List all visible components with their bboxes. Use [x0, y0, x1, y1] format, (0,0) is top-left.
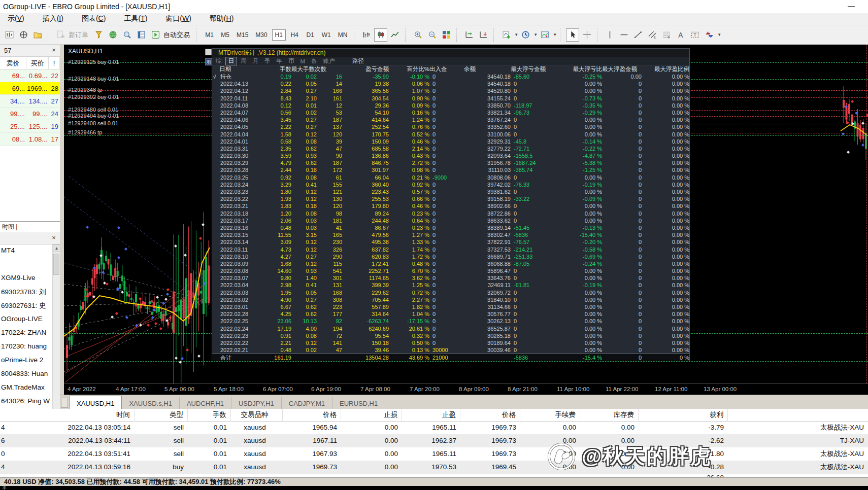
chart-tab-XAUUSDsH1[interactable]: XAUUSD.s,H1	[122, 397, 180, 409]
text-button[interactable]: A	[674, 28, 687, 42]
market-watch-row[interactable]: 34....134....27	[0, 95, 60, 108]
market-watch-row[interactable]: 25....125....19	[0, 120, 60, 133]
stats-tab-备[interactable]: 备	[309, 57, 320, 65]
text-label-button[interactable]: T	[688, 28, 702, 42]
stats-minimize-button[interactable]: —	[205, 49, 212, 55]
chart-tab-EURUSDH1[interactable]: EURUSD,H1	[332, 397, 385, 409]
tab-scroll-button[interactable]	[61, 398, 68, 408]
terminal-panel-button[interactable]	[135, 28, 148, 42]
market-watch-row[interactable]: 08...1.08...17	[0, 133, 60, 146]
chart-tab-XAUUSDH1[interactable]: XAUUSD,H1	[69, 396, 122, 409]
navigator-titlebar[interactable]: ×	[0, 232, 60, 244]
chart-candle-button[interactable]	[374, 28, 387, 42]
stats-tab-账户[interactable]: 账户	[321, 57, 338, 65]
timeframe-button-M5[interactable]: M5	[218, 29, 232, 41]
navigator-item[interactable]: 693027631: 史	[1, 301, 46, 310]
market-watch-row[interactable]: 99....99....24	[0, 108, 60, 120]
stats-tab-综[interactable]: 综	[213, 57, 224, 65]
navigator-item[interactable]: oPrime-Live 2	[1, 356, 43, 364]
scroll-thumb[interactable]	[53, 254, 59, 275]
timeframe-button-MN[interactable]: MN	[336, 29, 350, 41]
menu-item-T[interactable]: 工具(T)	[116, 13, 155, 25]
chart-line-button[interactable]	[388, 28, 402, 42]
templates-button[interactable]	[538, 28, 551, 42]
zoom-out-button[interactable]	[425, 28, 439, 42]
panel-splitter[interactable]	[60, 45, 64, 409]
navigator-item[interactable]: 8004833: Huan	[1, 370, 48, 377]
chart-tab-AUDCHFH1[interactable]: AUDCHF,H1	[180, 397, 231, 409]
zoom-in-button[interactable]	[411, 28, 424, 42]
trend-line-button[interactable]	[631, 28, 645, 42]
dropdown-caret-icon[interactable]: ▼	[553, 32, 557, 37]
market-watch-row[interactable]: 69...0.69...22	[0, 69, 60, 82]
stats-tab-季[interactable]: 季	[262, 57, 273, 65]
timeframe-button-M30[interactable]: M30	[253, 29, 270, 41]
market-watch-button[interactable]	[3, 28, 16, 42]
stats-tab-日[interactable]: 日	[225, 57, 238, 65]
signals-button[interactable]	[106, 28, 119, 42]
autotrading-button[interactable]	[149, 28, 162, 42]
chart-tab-USDJPYH1[interactable]: USDJPY,H1	[231, 397, 282, 409]
timeframe-button-H1[interactable]: H1	[272, 29, 286, 41]
navigator-item[interactable]: 170224: ZHAN	[1, 329, 46, 336]
stats-tab-币[interactable]: 币	[286, 57, 297, 65]
dropdown-caret-icon[interactable]: ▼	[514, 32, 518, 37]
menu-item-V[interactable]: 示(V)	[0, 13, 32, 25]
stats-path-button[interactable]: 路径	[349, 57, 367, 65]
market-watch-tab[interactable]: 时图 |	[0, 221, 60, 232]
navigator-item[interactable]: XGM9-Live	[1, 274, 36, 282]
terminal-row[interactable]: 42022.04.13 03:59:16buy0.01xauusd1969.73…	[0, 461, 868, 474]
dropdown-caret-icon[interactable]: ▼	[717, 32, 721, 37]
navigator-item[interactable]: 170230: huang	[1, 342, 47, 350]
scroll-up-icon[interactable]: ▲	[53, 244, 60, 252]
crosshair-button[interactable]	[580, 28, 593, 42]
auto-scroll-button[interactable]	[477, 28, 490, 42]
timeframe-button-W1[interactable]: W1	[319, 29, 333, 41]
menu-item-H[interactable]: 帮助(H)	[202, 13, 241, 25]
market-watch-titlebar[interactable]: 57 ×	[0, 45, 60, 57]
fibonacci-button[interactable]: F	[660, 28, 673, 42]
market-watch-row[interactable]: 69...1969...28	[0, 82, 60, 95]
chart-shift-button[interactable]	[462, 28, 476, 42]
terminal-row[interactable]: 42022.04.13 03:05:14sell0.01xauusd1965.9…	[0, 421, 868, 434]
expert-editor-button[interactable]	[92, 28, 105, 42]
profiles-button[interactable]	[31, 28, 44, 42]
stats-check-icon[interactable]: √	[213, 74, 216, 80]
data-window-button[interactable]	[17, 28, 30, 42]
periods-button[interactable]	[519, 28, 532, 42]
navigator-item[interactable]: 643026: Ping W	[1, 397, 50, 405]
stats-tab-M[interactable]: M	[298, 58, 308, 64]
menu-item-W[interactable]: 窗口(W)	[158, 13, 199, 25]
chart-tab-CADJPYM1[interactable]: CADJPY,M1	[282, 397, 332, 409]
navigator-item[interactable]: OGroup-LIVE	[1, 315, 43, 323]
stats-tab-月[interactable]: 月	[250, 57, 261, 65]
timeframe-button-H4[interactable]: H4	[288, 29, 302, 41]
autotrading-label[interactable]: 自动交易	[163, 30, 190, 40]
dropdown-caret-icon[interactable]: ▼	[533, 32, 538, 37]
vertical-line-button[interactable]	[603, 28, 616, 42]
menu-item-C[interactable]: 图表(C)	[74, 13, 113, 25]
stats-tab-周[interactable]: 周	[238, 57, 249, 65]
tile-windows-button[interactable]	[440, 28, 453, 42]
indicators-button[interactable]	[499, 28, 513, 42]
chart-bar-button[interactable]	[360, 28, 373, 42]
timeframe-button-D1[interactable]: D1	[304, 29, 317, 41]
channel-button[interactable]: E	[646, 28, 659, 42]
new-order-button[interactable]	[54, 28, 67, 42]
search-chart-button[interactable]	[120, 28, 133, 42]
navigator-item[interactable]: MT4	[1, 247, 15, 254]
timeframe-button-M1[interactable]: M1	[203, 29, 216, 41]
stats-chart-icon[interactable]: 图	[205, 58, 212, 65]
arrows-button[interactable]	[703, 28, 716, 42]
navigator-scrollbar[interactable]: ▲ ▼	[52, 244, 60, 420]
stats-tab-年[interactable]: 年	[274, 57, 285, 65]
timeframe-button-M15[interactable]: M15	[234, 29, 251, 41]
terminal-row[interactable]: 62022.04.13 03:44:11sell0.01xauusd1967.1…	[0, 434, 868, 447]
cursor-button[interactable]	[566, 28, 579, 42]
horizontal-line-button[interactable]	[617, 28, 630, 42]
minimize-button[interactable]: —	[844, 0, 859, 12]
navigator-close-icon[interactable]: ×	[50, 234, 58, 242]
menu-item-I[interactable]: 插入(I)	[35, 13, 71, 25]
navigator-item[interactable]: GM.TradeMax	[1, 383, 45, 391]
market-watch-close-icon[interactable]: ×	[50, 46, 58, 54]
